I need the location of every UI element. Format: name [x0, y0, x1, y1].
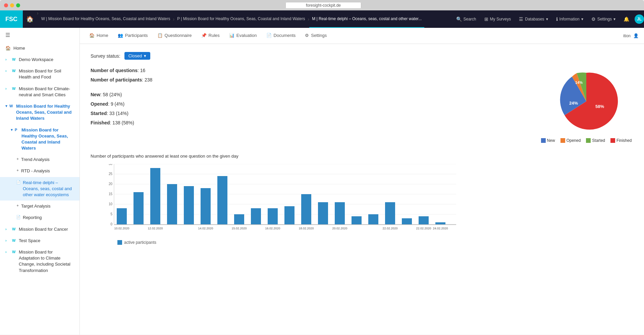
- pie-label-started: 14%: [575, 80, 583, 85]
- svg-text:0: 0: [110, 222, 112, 226]
- status-badge-closed[interactable]: Closed ▾: [124, 52, 150, 60]
- pie-chart-panel: 58% 24% 14% New Opened: [539, 68, 633, 143]
- pie-legend: New Opened Started Finished: [541, 138, 632, 143]
- sidebar-item-home[interactable]: 🏠 Home: [0, 42, 79, 54]
- subnav-settings[interactable]: ⚙ Settings: [301, 28, 331, 44]
- bar-15: [368, 214, 378, 224]
- legend-color-started: [586, 138, 591, 143]
- legend-new: New: [541, 138, 555, 143]
- bar-chart-section: Number of participants who answered at l…: [91, 154, 633, 258]
- questionnaire-icon: 📋: [157, 33, 163, 38]
- bar-legend-label: active participants: [124, 240, 156, 245]
- sidebar-item-reporting[interactable]: 📄 Reporting: [0, 212, 79, 223]
- home-nav-button[interactable]: 🏠: [23, 10, 37, 28]
- svg-text:14.02.2020: 14.02.2020: [198, 227, 213, 230]
- close-button[interactable]: [4, 3, 8, 7]
- svg-text:16.02.2020: 16.02.2020: [265, 227, 280, 230]
- stat-num-questions: Number of questions: 16: [91, 68, 526, 73]
- subnav-participants[interactable]: 👥 Participants: [114, 28, 152, 44]
- settings-button[interactable]: ⚙ Settings ▾: [587, 10, 620, 28]
- stat-started: Started: 33 (14%): [91, 111, 526, 116]
- svg-text:15: 15: [109, 192, 113, 196]
- avatar[interactable]: JL: [635, 14, 644, 24]
- main-layout: ☰ 🏠 Home › W Demo Workspace › W Mission …: [0, 28, 644, 335]
- svg-text:30: 30: [109, 164, 113, 166]
- bar-13: [335, 202, 345, 224]
- sidebar-item-soil[interactable]: › W Mission Board for Soil Health and Fo…: [0, 65, 79, 83]
- sidebar-toggle[interactable]: ☰: [0, 28, 79, 42]
- bar-1: [133, 192, 144, 224]
- minimize-button[interactable]: [10, 3, 14, 7]
- notifications-button[interactable]: 🔔: [620, 10, 633, 28]
- delphi-icon: 📄: [16, 180, 21, 185]
- rules-icon: 📌: [201, 33, 207, 38]
- fsc-logo[interactable]: FSC: [0, 10, 23, 28]
- rtd-analysis-icon: ✦: [16, 168, 19, 173]
- sidebar-item-adaptation[interactable]: › W Mission Board for Adaptation to Clim…: [0, 246, 79, 276]
- chevron-down-icon-status: ▾: [144, 53, 146, 58]
- breadcrumb-item-0[interactable]: W | Mission Board for Healthy Oceans, Se…: [39, 10, 173, 28]
- pie-chart-svg: 58% 24% 14%: [553, 68, 620, 135]
- home-icon: 🏠: [5, 46, 11, 51]
- subnav-questionnaire[interactable]: 📋 Questionnaire: [153, 28, 196, 44]
- settings-icon: ⚙: [591, 16, 596, 22]
- bar-6: [217, 176, 227, 224]
- breadcrumb-item-1[interactable]: P | Mission Board for Healthy Oceans, Se…: [174, 10, 308, 28]
- stat-opened: Opened: 9 (4%): [91, 101, 526, 107]
- sidebar-item-cancer[interactable]: › W Mission Board for Cancer: [0, 224, 79, 235]
- subnav-home[interactable]: 🏠 Home: [85, 28, 112, 44]
- bar-17: [402, 218, 412, 224]
- svg-text:24.02.2020: 24.02.2020: [433, 227, 448, 230]
- bell-icon: 🔔: [624, 16, 629, 22]
- subnav-rules[interactable]: 📌 Rules: [197, 28, 224, 44]
- subnav-settings-icon: ⚙: [305, 33, 309, 38]
- sidebar-item-realtime-delphi[interactable]: 📄 Real-time delphi – Oceans, seas, costa…: [0, 177, 79, 201]
- bar-chart-legend: active participants: [117, 240, 633, 245]
- bar-10: [284, 206, 294, 224]
- legend-started: Started: [586, 138, 605, 143]
- bar-chart-svg: 0 5 10 15 20 25 30 10.02.2020: [104, 164, 456, 238]
- svg-text:12.02.2020: 12.02.2020: [148, 227, 163, 230]
- stats-chart-row: Number of questions: 16 Number of partic…: [91, 68, 633, 143]
- stat-num-participants: Number of participants: 238: [91, 77, 526, 82]
- sidebar-item-rtd-analysis[interactable]: ✦ RTD - Analysis: [0, 165, 79, 177]
- chevron-down-icon-3: ▾: [613, 17, 615, 21]
- documents-icon: 📄: [266, 33, 272, 38]
- trend-analysis-icon: ✦: [16, 157, 19, 162]
- databases-button[interactable]: ☰ Databases ▾: [515, 10, 552, 28]
- chevron-down-icon-2: ▾: [581, 17, 583, 21]
- sidebar-item-oceans-workspace[interactable]: ▾ W Mission Board for Healthy Oceans, Se…: [0, 101, 79, 124]
- subnav-user-icon: 👤: [633, 33, 639, 38]
- sidebar-item-oceans-project[interactable]: ▾ P Mission Board for Healthy Oceans, Se…: [0, 124, 79, 154]
- sidebar-item-demo-workspace[interactable]: › W Demo Workspace: [0, 54, 79, 65]
- search-icon: 🔍: [456, 16, 462, 22]
- subnav-documents[interactable]: 📄 Documents: [262, 28, 300, 44]
- sidebar-item-climate[interactable]: › W Mission Board for Climate-neutral an…: [0, 83, 79, 101]
- search-button[interactable]: 🔍 Search: [452, 10, 480, 28]
- information-button[interactable]: ℹ Information ▾: [552, 10, 587, 28]
- bar-9: [268, 208, 278, 224]
- bar-16: [385, 202, 395, 224]
- bar-3: [167, 184, 177, 224]
- bar-7: [234, 214, 244, 224]
- sidebar-item-test-space[interactable]: › W Test Space: [0, 235, 79, 246]
- top-nav-right: 🔍 Search ⊞ My Surveys ☰ Databases ▾ ℹ In…: [452, 10, 644, 28]
- participants-icon: 👥: [118, 33, 123, 38]
- surveys-icon: ⊞: [484, 16, 488, 22]
- svg-text:22.02.2020: 22.02.2020: [382, 227, 397, 230]
- sidebar-item-target-analysis[interactable]: ✦ Target Analysis: [0, 201, 79, 212]
- sidebar-home-label: Home: [13, 46, 25, 51]
- pie-chart: 58% 24% 14%: [553, 68, 620, 135]
- subnav-evaluation[interactable]: 📊 Evaluation: [225, 28, 261, 44]
- url-bar[interactable]: foresight-cockpit.de: [285, 2, 361, 9]
- top-navigation: FSC 🏠 › W | Mission Board for Healthy Oc…: [0, 10, 644, 28]
- breadcrumb-item-2[interactable]: M | Real-time delphi – Oceans, seas, cos…: [309, 10, 424, 28]
- stat-new: New: 58 (24%): [91, 92, 526, 97]
- bar-5: [201, 188, 211, 224]
- svg-text:15.02.2020: 15.02.2020: [231, 227, 247, 230]
- my-surveys-button[interactable]: ⊞ My Surveys: [480, 10, 515, 28]
- sidebar: ☰ 🏠 Home › W Demo Workspace › W Mission …: [0, 28, 80, 335]
- maximize-button[interactable]: [16, 3, 20, 7]
- svg-text:25: 25: [109, 172, 113, 176]
- sidebar-item-trend-analysis[interactable]: ✦ Trend Analysis: [0, 154, 79, 165]
